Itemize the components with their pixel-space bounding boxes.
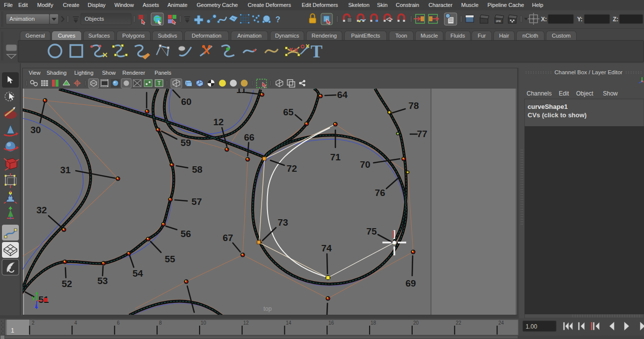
svg-text:1.00: 1.00	[526, 323, 537, 330]
svg-text:Objects: Objects	[85, 16, 104, 22]
svg-text:Object: Object	[576, 90, 593, 97]
svg-text:22: 22	[456, 320, 462, 326]
svg-text:IPR: IPR	[496, 20, 501, 23]
svg-text:1: 1	[11, 327, 14, 334]
svg-text:32: 32	[36, 205, 47, 215]
svg-text:72: 72	[286, 163, 297, 174]
svg-text:curveShape1: curveShape1	[528, 103, 568, 110]
svg-text:75: 75	[366, 226, 377, 237]
svg-text:Edit: Edit	[559, 90, 569, 97]
svg-text:CVs (click to show): CVs (click to show)	[528, 111, 587, 119]
svg-text:67: 67	[222, 233, 233, 243]
svg-text:24: 24	[498, 320, 504, 326]
svg-text:?: ?	[275, 15, 280, 24]
svg-text:Y:: Y:	[577, 16, 583, 23]
svg-text:14: 14	[286, 320, 292, 326]
svg-text:70: 70	[360, 159, 370, 170]
svg-text:54: 54	[132, 268, 143, 279]
svg-text:T: T	[311, 42, 322, 61]
svg-text:55: 55	[164, 254, 175, 264]
svg-text:58: 58	[192, 164, 202, 175]
svg-text:76: 76	[375, 188, 385, 198]
svg-text:53: 53	[97, 276, 107, 286]
svg-text:top: top	[264, 305, 272, 312]
svg-text:10: 10	[201, 320, 207, 326]
svg-text:30: 30	[30, 125, 41, 135]
svg-text:Z:: Z:	[613, 16, 618, 23]
svg-text:57: 57	[191, 196, 202, 207]
svg-text:78: 78	[408, 100, 419, 111]
svg-text:2: 2	[32, 320, 35, 326]
svg-text:18: 18	[371, 320, 376, 326]
svg-text:12: 12	[213, 117, 223, 127]
svg-text:z: z	[35, 303, 38, 309]
svg-text:y: y	[32, 294, 36, 300]
svg-text:60: 60	[181, 97, 191, 107]
svg-text:16: 16	[328, 320, 334, 326]
svg-text:56: 56	[180, 229, 191, 239]
svg-text:69: 69	[405, 278, 416, 289]
svg-text:52: 52	[61, 279, 72, 289]
svg-text:66: 66	[244, 132, 254, 143]
svg-text:73: 73	[277, 217, 288, 228]
svg-text:20: 20	[413, 320, 419, 326]
svg-text:31: 31	[60, 165, 71, 175]
svg-text:4: 4	[74, 320, 77, 326]
svg-text:77: 77	[417, 129, 427, 139]
svg-text:Channels: Channels	[527, 90, 552, 97]
svg-text:T: T	[158, 80, 161, 86]
svg-text:8: 8	[159, 320, 162, 326]
svg-text:59: 59	[180, 138, 191, 148]
svg-text:11: 11	[236, 89, 247, 95]
svg-text:X:: X:	[541, 16, 547, 23]
svg-text:71: 71	[330, 152, 341, 162]
svg-text:65: 65	[283, 107, 294, 117]
svg-text:Animation: Animation	[9, 16, 35, 22]
svg-text:64: 64	[337, 90, 348, 100]
svg-text:Channel Box / Layer Editor: Channel Box / Layer Editor	[554, 69, 623, 75]
svg-text:74: 74	[321, 243, 332, 253]
svg-text:12: 12	[243, 320, 249, 326]
svg-text:Show: Show	[603, 90, 618, 97]
svg-text:6: 6	[117, 320, 120, 326]
